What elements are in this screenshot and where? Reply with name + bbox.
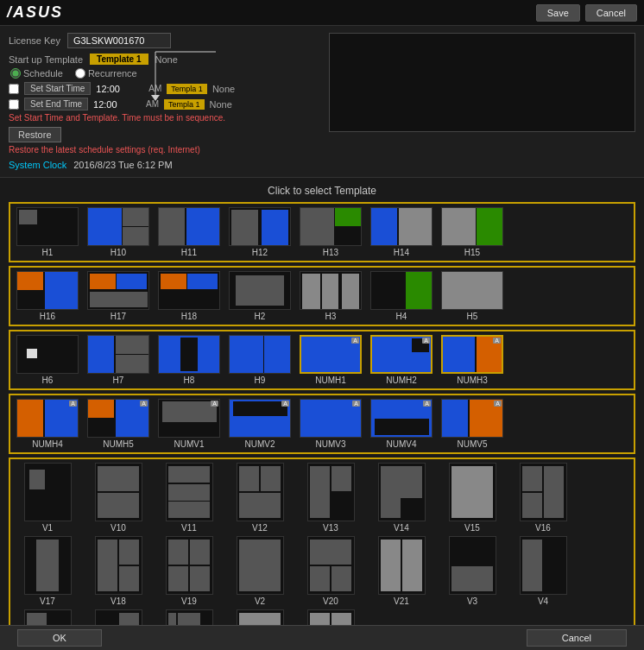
template-V13[interactable]: V13 [297,463,364,533]
template-V14[interactable]: V14 [368,463,435,533]
V13-label: V13 [323,523,338,533]
H8-label: H8 [184,375,195,385]
H12-preview [229,207,291,246]
template-V17[interactable]: V17 [14,536,81,606]
template-V1[interactable]: V1 [14,463,81,533]
NUMV2-label: NUMV2 [244,439,275,449]
template-V20[interactable]: V20 [297,536,364,606]
template-V21[interactable]: V21 [368,536,435,606]
template-H17[interactable]: H17 [85,271,152,321]
template-NUMV5[interactable]: A NUMV5 [439,399,506,449]
NUMH5-label: NUMH5 [103,439,134,449]
NUMH1-preview: A [300,335,362,374]
template-H7[interactable]: H7 [85,335,152,385]
schedule-option[interactable]: Schedule [10,68,63,79]
recurrence-option[interactable]: Recurrence [75,68,137,79]
template-H12[interactable]: H12 [226,207,294,257]
H15-preview [441,207,503,246]
H16-preview [16,271,79,310]
none-label: None [155,54,178,65]
NUMH4-label: NUMH4 [32,439,63,449]
H14-label: H14 [394,248,409,257]
template-V11[interactable]: V11 [155,463,223,533]
H7-preview [87,335,149,374]
template-NUMH3[interactable]: A NUMH3 [439,335,506,385]
template-V18[interactable]: V18 [85,536,152,606]
template3-btn[interactable]: Templa 1 [164,99,205,110]
template-NUMV3[interactable]: A NUMV3 [297,399,364,449]
NUMH5-preview: A [87,399,149,438]
template-H2[interactable]: H2 [226,271,294,321]
V15-label: V15 [464,523,480,533]
H6-label: H6 [42,375,54,385]
template-H14[interactable]: H14 [368,207,435,257]
set-start-time-btn[interactable]: Set Start Time [24,82,91,95]
V17-label: V17 [40,596,55,606]
ampm-1: AM [148,84,161,93]
template-NUMH2[interactable]: A NUMH2 [368,335,435,385]
time-2-display: 12:00 [93,99,141,110]
template-H9[interactable]: H9 [226,335,294,385]
template-V4[interactable]: V4 [509,536,577,606]
template-H5[interactable]: H5 [439,271,506,321]
H10-preview [87,207,149,246]
template-V12[interactable]: V12 [226,463,294,533]
set-end-time-btn[interactable]: Set End Time [24,98,88,110]
template-V3[interactable]: V3 [439,536,506,606]
schedule-radio[interactable] [10,68,21,79]
restore-button[interactable]: Restore [9,127,61,142]
ok-button[interactable]: OK [17,629,102,647]
V19-preview [166,536,213,595]
template-NUMV4[interactable]: A NUMV4 [368,399,435,449]
V10-label: V10 [110,523,126,533]
template-H10[interactable]: H10 [85,207,152,257]
template-NUMH5[interactable]: A NUMH5 [85,399,152,449]
V19-label: V19 [181,596,197,606]
cancel-button[interactable]: Cancel [585,4,637,22]
H11-preview [158,207,220,246]
H18-label: H18 [181,312,197,321]
V1-label: V1 [42,523,53,533]
time-1-display: 12:00 [96,84,143,94]
template-NUMV1[interactable]: A NUMV1 [155,399,223,449]
template-V2[interactable]: V2 [226,536,294,606]
template-H15[interactable]: H15 [439,207,506,257]
H9-preview [229,335,291,374]
template-V15[interactable]: V15 [439,463,506,533]
template2-btn[interactable]: Templa 1 [167,84,207,94]
H5-preview [441,271,503,310]
template-H1[interactable]: H1 [14,207,81,257]
template-H13[interactable]: H13 [297,207,364,257]
H9-label: H9 [255,375,266,385]
license-label: License Key [9,35,60,46]
clock-value: 2016/8/23 Tue 6:12 PM [73,160,172,170]
template-H8[interactable]: H8 [155,335,223,385]
H17-label: H17 [110,312,126,321]
V3-preview [449,536,496,595]
template-NUMH4[interactable]: A NUMH4 [14,399,81,449]
V20-preview [307,536,355,595]
recurrence-radio[interactable] [75,68,85,79]
template-H18[interactable]: H18 [155,271,223,321]
template-H4[interactable]: H4 [368,271,435,321]
template-V19[interactable]: V19 [155,536,223,606]
template-H6[interactable]: H6 [14,335,81,385]
V11-preview [166,463,213,521]
license-input[interactable] [67,33,171,48]
start-time-check[interactable] [9,84,19,94]
template-V10[interactable]: V10 [85,463,152,533]
clock-label: System Clock [9,160,66,170]
V14-label: V14 [394,523,409,533]
bottom-cancel-button[interactable]: Cancel [527,629,627,647]
template-H3[interactable]: H3 [297,271,364,321]
template-NUMH1[interactable]: A NUMH1 [297,335,364,385]
NUMH2-preview: A [370,335,432,374]
save-button[interactable]: Save [536,4,580,22]
template-btn[interactable]: Template 1 [90,54,148,65]
template-H16[interactable]: H16 [14,271,81,321]
template-NUMV2[interactable]: A NUMV2 [226,399,294,449]
template-V16[interactable]: V16 [509,463,577,533]
bottom-bar: OK Cancel [0,625,644,650]
template-H11[interactable]: H11 [155,207,223,257]
end-time-check[interactable] [9,99,19,110]
